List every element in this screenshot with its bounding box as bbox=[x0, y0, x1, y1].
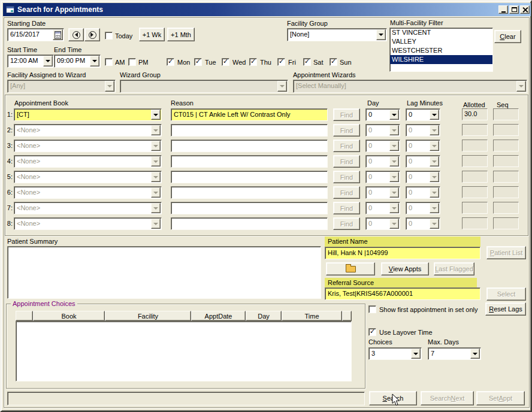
column-header-end[interactable] bbox=[342, 311, 352, 321]
combo-arrow-button[interactable] bbox=[43, 56, 53, 66]
combo-arrow-button[interactable] bbox=[389, 110, 399, 120]
calendar-button[interactable] bbox=[53, 29, 63, 40]
find-button-7[interactable]: Find bbox=[333, 202, 360, 214]
combo-arrow-button[interactable] bbox=[376, 29, 386, 40]
book-select-4[interactable]: <None> bbox=[14, 155, 162, 168]
start-time-select[interactable]: 12:00 AM bbox=[7, 54, 54, 68]
combo-arrow-button[interactable] bbox=[151, 141, 161, 151]
day-checkbox-sun[interactable] bbox=[330, 58, 337, 66]
maximize-button[interactable] bbox=[509, 5, 519, 14]
book-select-1[interactable]: [CT] bbox=[14, 108, 162, 121]
day-checkbox-sat[interactable] bbox=[303, 58, 311, 66]
patient-list-button[interactable]: Patient List bbox=[486, 246, 526, 259]
book-select-3[interactable]: <None> bbox=[14, 140, 162, 152]
reason-input-1[interactable]: CT015 | CT Ankle Left W/ Contrast Only bbox=[171, 108, 328, 121]
max-days-select[interactable]: 7 bbox=[428, 347, 481, 360]
column-header-book[interactable]: Book bbox=[33, 311, 105, 321]
prev-date-button[interactable] bbox=[68, 28, 84, 41]
day-checkbox-tue[interactable] bbox=[194, 58, 202, 66]
find-button-3[interactable]: Find bbox=[333, 140, 360, 152]
titlebar[interactable]: Search for Appointments bbox=[3, 3, 531, 16]
plus-week-button[interactable]: +1 Wk bbox=[139, 28, 165, 41]
show-first-checkbox[interactable] bbox=[368, 305, 376, 313]
facility-group-select[interactable]: [None] bbox=[287, 28, 387, 41]
choices-list[interactable] bbox=[16, 321, 352, 381]
reason-input-8[interactable] bbox=[171, 217, 328, 230]
combo-arrow-button[interactable] bbox=[470, 349, 480, 359]
combo-arrow-button[interactable] bbox=[411, 349, 421, 359]
search-next-button[interactable]: Search Next bbox=[421, 391, 474, 405]
lag-select-1[interactable]: 0 bbox=[406, 108, 440, 121]
find-button-1[interactable]: Find bbox=[333, 108, 360, 121]
reason-input-2[interactable] bbox=[171, 124, 328, 137]
reset-lags-button[interactable]: Reset Lags bbox=[485, 302, 526, 316]
find-button-4[interactable]: Find bbox=[333, 155, 360, 168]
facility-option-selected[interactable]: WILSHIRE bbox=[390, 55, 492, 64]
day-label-tue[interactable]: Tue bbox=[205, 59, 216, 66]
combo-arrow-button[interactable] bbox=[151, 219, 161, 229]
am-label[interactable]: AM bbox=[115, 59, 125, 66]
combo-arrow-button[interactable] bbox=[151, 203, 161, 213]
combo-arrow-button[interactable] bbox=[430, 110, 439, 120]
book-select-8[interactable]: <None> bbox=[14, 217, 162, 230]
find-button-8[interactable]: Find bbox=[333, 217, 360, 230]
close-button[interactable] bbox=[520, 5, 530, 14]
combo-arrow-button[interactable] bbox=[90, 56, 99, 66]
show-first-label[interactable]: Show first appointment in set only bbox=[379, 306, 477, 313]
day-label-wed[interactable]: Wed bbox=[232, 59, 246, 66]
referral-source-input[interactable]: Kris, Test|KRIS4567A000001 bbox=[325, 287, 480, 300]
reason-input-7[interactable] bbox=[171, 202, 328, 214]
day-label-mon[interactable]: Mon bbox=[177, 59, 190, 66]
plus-month-button[interactable]: +1 Mth bbox=[167, 28, 195, 41]
view-appts-button[interactable]: View Appts bbox=[381, 262, 429, 275]
book-select-6[interactable]: <None> bbox=[14, 186, 162, 199]
use-layover-label[interactable]: Use Layover Time bbox=[379, 329, 433, 336]
column-header-day[interactable]: Day bbox=[246, 311, 282, 321]
day-label-sat[interactable]: Sat bbox=[313, 59, 324, 66]
find-button-2[interactable]: Find bbox=[333, 124, 360, 137]
day-checkbox-fri[interactable] bbox=[277, 58, 285, 66]
window-icon[interactable] bbox=[6, 6, 14, 13]
combo-arrow-button[interactable] bbox=[151, 187, 161, 198]
combo-arrow-button[interactable] bbox=[151, 110, 161, 120]
set-appt-button[interactable]: Set Appt bbox=[476, 391, 525, 405]
facility-option[interactable]: ST VINCENT bbox=[390, 28, 492, 37]
minimize-button[interactable] bbox=[498, 5, 508, 14]
pm-checkbox[interactable] bbox=[128, 58, 136, 66]
patient-summary-textarea[interactable] bbox=[7, 246, 321, 299]
reason-input-4[interactable] bbox=[171, 155, 328, 168]
day-label-thu[interactable]: Thu bbox=[260, 59, 271, 66]
book-select-2[interactable]: <None> bbox=[14, 124, 162, 137]
combo-arrow-button[interactable] bbox=[151, 156, 161, 166]
end-time-select[interactable]: 09:00 PM bbox=[54, 54, 101, 68]
today-label[interactable]: Today bbox=[115, 32, 132, 40]
column-header-apptdate[interactable]: ApptDate bbox=[191, 311, 246, 321]
today-checkbox[interactable] bbox=[105, 32, 113, 40]
patient-name-input[interactable]: Hill, Hank N |104999 bbox=[325, 247, 480, 259]
reason-input-6[interactable] bbox=[171, 186, 328, 199]
starting-date-input[interactable]: 6/15/2017 bbox=[7, 28, 64, 41]
column-header-blank[interactable] bbox=[16, 311, 33, 321]
day-checkbox-mon[interactable] bbox=[167, 58, 174, 66]
reason-input-3[interactable] bbox=[171, 140, 328, 152]
clear-button[interactable]: Clear bbox=[494, 30, 521, 43]
book-select-7[interactable]: <None> bbox=[14, 202, 162, 214]
pm-label[interactable]: PM bbox=[138, 59, 149, 66]
column-header-facility[interactable]: Facility bbox=[105, 311, 191, 321]
facility-option[interactable]: VALLEY bbox=[390, 37, 492, 46]
facility-option[interactable]: WESTCHESTER bbox=[390, 46, 492, 55]
find-button-6[interactable]: Find bbox=[333, 186, 360, 199]
find-button-5[interactable]: Find bbox=[333, 171, 360, 183]
day-label-sun[interactable]: Sun bbox=[340, 59, 352, 66]
column-header-time[interactable]: Time bbox=[282, 311, 342, 321]
last-flagged-button[interactable]: Last Flagged bbox=[434, 262, 474, 275]
select-button[interactable]: Select bbox=[486, 287, 526, 301]
choices-select[interactable]: 3 bbox=[368, 347, 422, 360]
day-checkbox-wed[interactable] bbox=[222, 58, 229, 66]
multi-facility-list[interactable]: ST VINCENT VALLEY WESTCHESTER WILSHIRE bbox=[389, 28, 493, 72]
day-checkbox-thu[interactable] bbox=[249, 58, 257, 66]
folder-button[interactable] bbox=[326, 262, 375, 275]
day-label-fri[interactable]: Fri bbox=[288, 59, 296, 66]
reason-input-5[interactable] bbox=[171, 171, 328, 183]
combo-arrow-button[interactable] bbox=[151, 172, 161, 182]
